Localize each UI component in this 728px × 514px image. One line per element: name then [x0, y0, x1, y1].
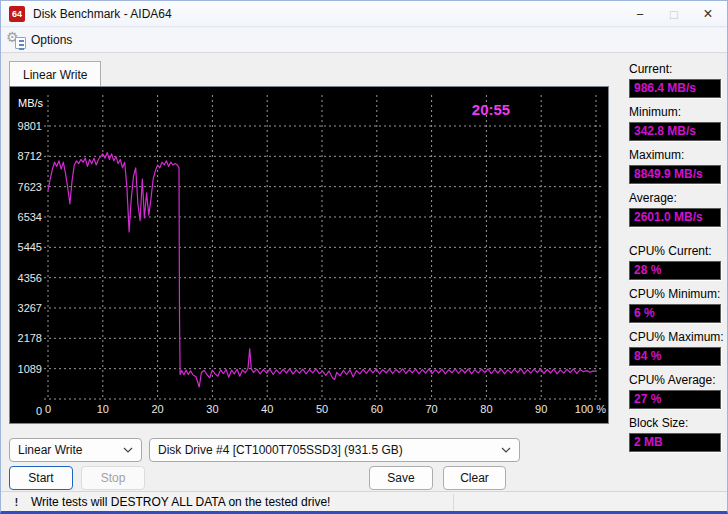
options-menu-button[interactable]: ⚙ Options	[1, 28, 82, 52]
stat-cpu-minimum: CPU% Minimum:6 %	[629, 287, 721, 323]
svg-text:20:55: 20:55	[472, 101, 510, 118]
stat-label: Minimum:	[629, 105, 721, 119]
stat-label: CPU% Minimum:	[629, 287, 721, 301]
stat-label: CPU% Maximum:	[629, 330, 721, 344]
maximize-button: □	[657, 1, 691, 27]
stat-label: Average:	[629, 191, 721, 205]
minimize-button[interactable]: −	[623, 1, 657, 27]
window-title: Disk Benchmark - AIDA64	[33, 7, 172, 21]
stat-value: 986.4 MB/s	[629, 79, 721, 98]
stat-label: Maximum:	[629, 148, 721, 162]
toolbar: ⚙ Options	[1, 28, 727, 53]
stat-minimum: Minimum:342.8 MB/s	[629, 105, 721, 141]
stat-label: Block Size:	[629, 416, 721, 430]
disk-benchmark-window: 64 Disk Benchmark - AIDA64 − □ × ⚙ Optio…	[0, 0, 728, 514]
stat-label: CPU% Average:	[629, 373, 721, 387]
clear-button[interactable]: Clear	[443, 466, 506, 490]
stat-maximum: Maximum:8849.9 MB/s	[629, 148, 721, 184]
svg-text:50: 50	[316, 403, 328, 415]
close-button[interactable]: ×	[691, 1, 725, 27]
test-type-value: Linear Write	[18, 443, 123, 457]
stat-block-size: Block Size:2 MB	[629, 416, 721, 452]
stat-cpu-current: CPU% Current:28 %	[629, 244, 721, 280]
start-button[interactable]: Start	[9, 466, 73, 490]
svg-text:90: 90	[535, 403, 547, 415]
options-label: Options	[31, 33, 72, 47]
title-bar: 64 Disk Benchmark - AIDA64 − □ ×	[1, 1, 727, 27]
stat-value: 2 MB	[629, 433, 721, 452]
stat-value: 8849.9 MB/s	[629, 165, 721, 184]
aida64-app-icon: 64	[9, 6, 25, 22]
warning-icon: !	[9, 496, 24, 509]
tab-linear-write[interactable]: Linear Write	[9, 61, 101, 87]
save-button[interactable]: Save	[369, 466, 433, 490]
svg-text:3267: 3267	[18, 302, 42, 314]
stat-value: 84 %	[629, 347, 721, 366]
statusbar-divider	[453, 494, 454, 511]
chevron-down-icon	[501, 447, 511, 453]
benchmark-chart: 1089217832674356544565347623871298010010…	[9, 86, 609, 424]
stat-value: 2601.0 MB/s	[629, 208, 721, 227]
window-controls: − □ ×	[623, 1, 725, 27]
svg-text:30: 30	[206, 403, 218, 415]
svg-text:6534: 6534	[18, 211, 42, 223]
svg-text:7623: 7623	[18, 181, 42, 193]
test-type-select[interactable]: Linear Write	[9, 438, 142, 462]
svg-text:0: 0	[45, 403, 51, 415]
svg-text:MB/s: MB/s	[18, 97, 44, 109]
options-gear-icon: ⚙	[7, 31, 26, 49]
svg-text:100 %: 100 %	[575, 403, 606, 415]
svg-text:60: 60	[371, 403, 383, 415]
stat-label: CPU% Current:	[629, 244, 721, 258]
stat-cpu-average: CPU% Average:27 %	[629, 373, 721, 409]
svg-text:5445: 5445	[18, 241, 42, 253]
chart-svg: 1089217832674356544565347623871298010010…	[10, 87, 608, 423]
svg-text:20: 20	[151, 403, 163, 415]
stat-cpu-maximum: CPU% Maximum:84 %	[629, 330, 721, 366]
stat-value: 342.8 MB/s	[629, 122, 721, 141]
stat-value: 28 %	[629, 261, 721, 280]
svg-text:1089: 1089	[18, 363, 42, 375]
stat-label: Current:	[629, 62, 721, 76]
svg-text:4356: 4356	[18, 272, 42, 284]
drive-select[interactable]: Disk Drive #4 [CT1000T705SSD3] (931.5 GB…	[149, 438, 520, 462]
svg-text:8712: 8712	[18, 150, 42, 162]
svg-text:10: 10	[97, 403, 109, 415]
svg-text:9801: 9801	[18, 120, 42, 132]
svg-text:80: 80	[480, 403, 492, 415]
stat-value: 27 %	[629, 390, 721, 409]
stat-current: Current:986.4 MB/s	[629, 62, 721, 98]
svg-text:2178: 2178	[18, 332, 42, 344]
drive-value: Disk Drive #4 [CT1000T705SSD3] (931.5 GB…	[158, 443, 501, 457]
stat-value: 6 %	[629, 304, 721, 323]
warning-text: Write tests will DESTROY ALL DATA on the…	[31, 495, 330, 509]
svg-text:0: 0	[36, 405, 42, 417]
svg-text:40: 40	[261, 403, 273, 415]
svg-text:70: 70	[425, 403, 437, 415]
stat-average: Average:2601.0 MB/s	[629, 191, 721, 227]
chevron-down-icon	[123, 447, 133, 453]
status-bar: ! Write tests will DESTROY ALL DATA on t…	[1, 491, 727, 512]
stop-button: Stop	[81, 466, 145, 490]
